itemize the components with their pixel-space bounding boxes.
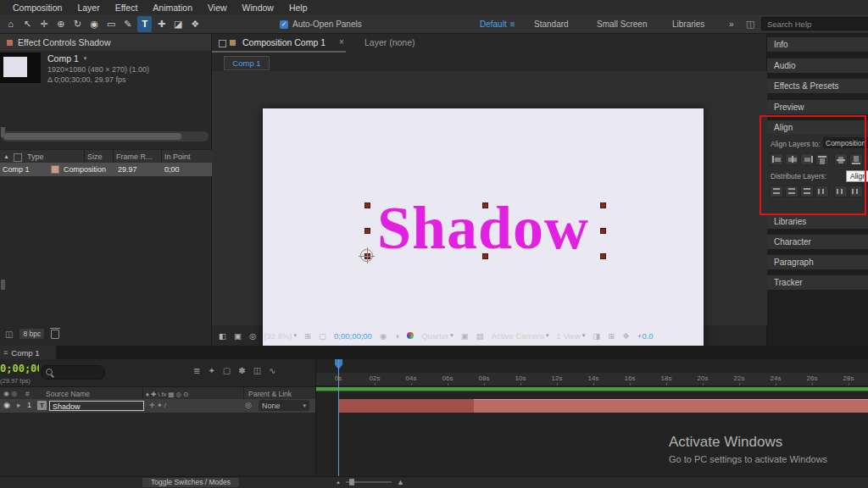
- anchor-point-icon[interactable]: [360, 249, 373, 262]
- panel-tab-info[interactable]: Info: [767, 37, 868, 52]
- label-color-column-icon[interactable]: [14, 153, 22, 162]
- mini-flowchart-icon[interactable]: ≣: [193, 366, 200, 375]
- align-bottom-button[interactable]: [849, 153, 863, 165]
- exposure-value[interactable]: +0.0: [637, 331, 654, 341]
- zoom-tool-icon[interactable]: ⊕: [53, 16, 68, 32]
- project-item-row[interactable]: Comp 1 Composition 29.97 0;00: [0, 163, 212, 176]
- column-in-point[interactable]: In Point: [164, 152, 191, 161]
- column-size[interactable]: Size: [87, 152, 103, 161]
- tab-layer[interactable]: Layer (none): [364, 37, 415, 47]
- brush-tool-icon[interactable]: ✚: [154, 16, 169, 32]
- draft-3d-icon[interactable]: ✦: [208, 366, 214, 375]
- panel-tab-effects-presets[interactable]: Effects & Presets: [767, 79, 868, 93]
- parent-link-dropdown[interactable]: None ▾: [259, 400, 309, 411]
- panel-tab-align[interactable]: Align: [767, 120, 868, 135]
- view-layout-dropdown[interactable]: 1 View ▾: [556, 331, 585, 341]
- timeline-layer-row[interactable]: ◉ ▸ 1 T Shadow ✛ ✦ / ◎ None ▾: [0, 399, 315, 413]
- column-source-name[interactable]: Source Name: [46, 390, 90, 398]
- collapsed-panel-icon[interactable]: [1, 280, 5, 290]
- menu-item-animation[interactable]: Animation: [145, 3, 200, 13]
- panel-tab-character[interactable]: Character: [767, 235, 868, 249]
- timeline-current-time[interactable]: 0;00;00;00: [0, 363, 39, 374]
- more-workspaces-chevron-icon[interactable]: »: [729, 19, 734, 29]
- menu-item-effect[interactable]: Effect: [108, 3, 146, 13]
- timeline-zoom-slider[interactable]: ▲ ▲: [336, 478, 404, 486]
- menu-item-composition[interactable]: Composition: [5, 3, 70, 13]
- column-frame-rate[interactable]: Frame R...: [116, 152, 153, 161]
- sort-asc-icon[interactable]: ▲: [3, 153, 9, 159]
- panel-tab-paragraph[interactable]: Paragraph: [767, 255, 868, 269]
- distribute-bottom-button[interactable]: [800, 186, 814, 197]
- scrollbar-thumb[interactable]: [3, 133, 181, 140]
- workspace-menu-icon[interactable]: ≡: [510, 19, 515, 29]
- project-flowchart-icon[interactable]: ◫: [5, 330, 13, 339]
- pixel-aspect-icon[interactable]: ◨: [593, 331, 600, 341]
- menu-item-view[interactable]: View: [200, 3, 235, 13]
- zoom-level-dropdown[interactable]: (32.8%) ▾: [264, 331, 297, 341]
- type-tool-icon[interactable]: T: [137, 16, 152, 32]
- home-icon[interactable]: ⌂: [3, 16, 18, 32]
- layer-name-field[interactable]: Shadow: [49, 401, 144, 411]
- motion-blur-icon[interactable]: ✽: [238, 366, 245, 375]
- distribute-right-button[interactable]: [849, 186, 863, 197]
- menu-item-window[interactable]: Window: [235, 3, 281, 13]
- tab-close-icon[interactable]: ×: [339, 37, 344, 47]
- flowchart-icon[interactable]: ❖: [622, 331, 630, 341]
- tab-composition[interactable]: Composition Comp 1: [242, 37, 326, 47]
- panel-tab-libraries[interactable]: Libraries: [767, 214, 868, 229]
- fast-previews-icon[interactable]: ▣: [461, 331, 469, 341]
- zoom-in-mountain-icon[interactable]: ▲: [397, 478, 404, 486]
- distribute-hcenter-button[interactable]: [834, 186, 848, 197]
- timeline-search-field[interactable]: [41, 365, 105, 380]
- distribute-vcenter-button[interactable]: [785, 186, 798, 197]
- pickwhip-icon[interactable]: ◎: [245, 401, 252, 409]
- selection-handle[interactable]: [482, 253, 488, 259]
- zoom-slider-thumb[interactable]: [349, 479, 354, 485]
- pen-tool-icon[interactable]: ✎: [120, 16, 135, 32]
- collapsed-panel-icon[interactable]: [1, 127, 5, 137]
- panel-tab-tracker[interactable]: Tracker: [767, 275, 868, 290]
- checkbox-checked-icon[interactable]: ✓: [280, 20, 288, 29]
- selection-tool-icon[interactable]: ↖: [20, 16, 35, 32]
- comp-viewer-tab[interactable]: Comp 1: [224, 56, 270, 70]
- menu-item-help[interactable]: Help: [281, 3, 315, 13]
- camera-view-dropdown[interactable]: Active Camera ▾: [492, 331, 549, 341]
- show-snapshot-icon[interactable]: ◑: [394, 331, 399, 341]
- work-area-bar[interactable]: [316, 387, 868, 391]
- current-time-display[interactable]: 0;00;00;00: [334, 331, 372, 341]
- snapshot-icon[interactable]: ◉: [380, 331, 387, 341]
- align-left-button[interactable]: [770, 153, 783, 165]
- align-right-button[interactable]: [800, 153, 814, 165]
- column-type[interactable]: Type: [27, 152, 44, 161]
- timeline-tab-comp1[interactable]: ≡ Comp 1: [0, 346, 56, 359]
- column-parent-link[interactable]: Parent & Link: [248, 390, 292, 398]
- effect-controls-panel-header[interactable]: Effect Controls Shadow: [0, 34, 211, 51]
- distribute-top-button[interactable]: [770, 186, 783, 197]
- layer-switch-icons[interactable]: ✛ ✦ /: [149, 402, 166, 409]
- zoom-out-mountain-icon[interactable]: ▲: [336, 480, 341, 485]
- workspace-default[interactable]: Default ≡: [480, 19, 515, 29]
- panel-lock-icon[interactable]: [219, 40, 226, 47]
- workspace-standard[interactable]: Standard: [534, 19, 569, 29]
- timeline-button-icon[interactable]: ⊞: [608, 331, 615, 341]
- panel-icon[interactable]: ◫: [746, 19, 754, 30]
- horizontal-scrollbar[interactable]: [2, 131, 209, 141]
- composition-canvas[interactable]: Shadow: [263, 108, 704, 354]
- bit-depth-button[interactable]: 8 bpc: [19, 329, 44, 339]
- selection-handle[interactable]: [600, 253, 606, 259]
- layer-visibility-eye-icon[interactable]: ◉: [3, 401, 10, 409]
- puppet-tool-icon[interactable]: ❖: [188, 16, 203, 32]
- align-hcenter-button[interactable]: [785, 153, 798, 165]
- zoom-slider-track[interactable]: [346, 481, 392, 483]
- comp-name-dropdown[interactable]: Comp 1 ▾: [47, 53, 86, 64]
- hand-tool-icon[interactable]: ✛: [37, 16, 52, 32]
- auto-open-panels[interactable]: ✓ Auto-Open Panels: [280, 19, 362, 29]
- search-help-input[interactable]: [761, 17, 868, 30]
- align-top-button[interactable]: [815, 153, 829, 165]
- frame-blend-icon[interactable]: ◫: [253, 366, 261, 375]
- show-channel-icon[interactable]: [407, 332, 414, 339]
- channel-view-icon[interactable]: ◎: [249, 331, 256, 341]
- workspace-small-screen[interactable]: Small Screen: [597, 19, 647, 29]
- graph-editor-icon[interactable]: ∿: [269, 366, 275, 375]
- panel-tab-preview[interactable]: Preview: [767, 100, 868, 114]
